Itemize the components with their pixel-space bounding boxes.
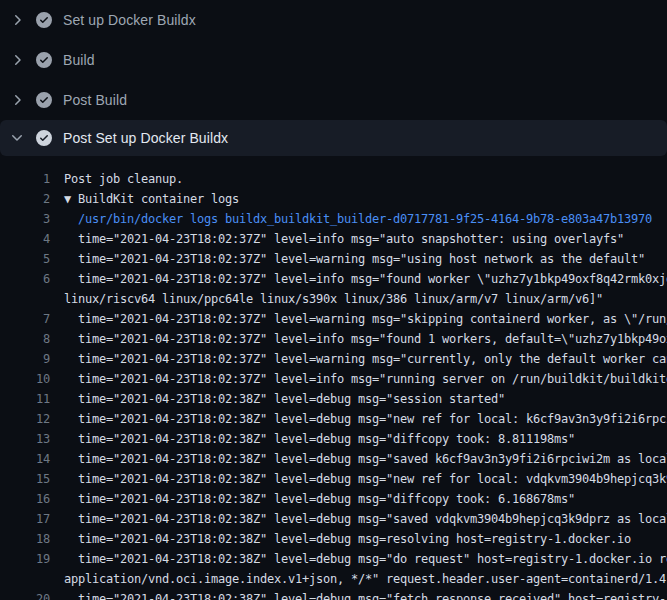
step-row-1[interactable]: Build xyxy=(0,40,667,80)
log-line-text: time="2021-04-23T18:02:38Z" level=debug … xyxy=(64,409,667,429)
log-line-number[interactable]: 8 xyxy=(0,329,50,349)
log-line-number[interactable]: 18 xyxy=(0,529,50,549)
log-line: 1Post job cleanup. xyxy=(0,169,667,189)
log-line-number[interactable]: 5 xyxy=(0,249,50,269)
triangle-down-icon[interactable]: ▼ xyxy=(64,192,71,206)
log-line-text: time="2021-04-23T18:02:38Z" level=debug … xyxy=(64,529,631,549)
job-log-viewer: Set up Docker Buildx Build Post Build Po… xyxy=(0,0,667,600)
log-line: 6 time="2021-04-23T18:02:37Z" level=info… xyxy=(0,269,667,289)
step-list: Set up Docker Buildx Build Post Build Po… xyxy=(0,0,667,156)
log-line-number[interactable]: 6 xyxy=(0,269,50,289)
log-line-text: time="2021-04-23T18:02:37Z" level=info m… xyxy=(64,329,667,349)
log-line: 13 time="2021-04-23T18:02:38Z" level=deb… xyxy=(0,429,667,449)
log-line-text: /usr/bin/docker logs buildx_buildkit_bui… xyxy=(64,209,652,229)
step-label: Set up Docker Buildx xyxy=(63,10,196,30)
log-line-text: application/vnd.oci.image.index.v1+json,… xyxy=(64,569,667,589)
log-line: 8 time="2021-04-23T18:02:37Z" level=info… xyxy=(0,329,667,349)
log-line: 18 time="2021-04-23T18:02:38Z" level=deb… xyxy=(0,529,667,549)
check-circle-icon xyxy=(36,52,52,68)
log-line-number[interactable]: 11 xyxy=(0,389,50,409)
log-line-text: time="2021-04-23T18:02:38Z" level=debug … xyxy=(64,469,667,489)
log-line: application/vnd.oci.image.index.v1+json,… xyxy=(0,569,667,589)
log-line: 19 time="2021-04-23T18:02:38Z" level=deb… xyxy=(0,549,667,569)
log-line-text: time="2021-04-23T18:02:37Z" level=warnin… xyxy=(64,249,645,269)
log-line-number[interactable]: 1 xyxy=(0,169,50,189)
log-line-number xyxy=(0,569,50,589)
log-line: 12 time="2021-04-23T18:02:38Z" level=deb… xyxy=(0,409,667,429)
step-row-0[interactable]: Set up Docker Buildx xyxy=(0,0,667,40)
log-line: 20 time="2021-04-23T18:02:38Z" level=deb… xyxy=(0,589,667,600)
log-line: 4 time="2021-04-23T18:02:37Z" level=info… xyxy=(0,229,667,249)
log-line-number[interactable]: 7 xyxy=(0,309,50,329)
check-circle-icon xyxy=(36,92,52,108)
step-label: Build xyxy=(63,50,95,70)
log-line-text: time="2021-04-23T18:02:38Z" level=debug … xyxy=(64,489,575,509)
log-line-text: time="2021-04-23T18:02:37Z" level=warnin… xyxy=(64,309,667,329)
log-line-text: time="2021-04-23T18:02:37Z" level=warnin… xyxy=(64,349,667,369)
log-line-number[interactable]: 2 xyxy=(0,189,50,209)
log-line-text: time="2021-04-23T18:02:37Z" level=info m… xyxy=(64,269,667,289)
log-line-number[interactable]: 20 xyxy=(0,589,50,600)
log-line-number[interactable]: 19 xyxy=(0,549,50,569)
log-line-number[interactable]: 17 xyxy=(0,509,50,529)
log-line: 9 time="2021-04-23T18:02:37Z" level=warn… xyxy=(0,349,667,369)
log-group-title[interactable]: BuildKit container logs xyxy=(71,192,239,206)
log-line-number[interactable]: 15 xyxy=(0,469,50,489)
chevron-down-icon xyxy=(9,130,25,146)
log-line-number xyxy=(0,289,50,309)
log-line-text: ▼ BuildKit container logs xyxy=(64,189,239,209)
log-line: 11 time="2021-04-23T18:02:38Z" level=deb… xyxy=(0,389,667,409)
log-line-number[interactable]: 3 xyxy=(0,209,50,229)
chevron-right-icon xyxy=(9,92,25,108)
log-line-number[interactable]: 9 xyxy=(0,349,50,369)
log-line: 7 time="2021-04-23T18:02:37Z" level=warn… xyxy=(0,309,667,329)
log-line-number[interactable]: 4 xyxy=(0,229,50,249)
log-line: 2▼ BuildKit container logs xyxy=(0,189,667,209)
check-circle-icon xyxy=(36,12,52,28)
log-line: 15 time="2021-04-23T18:02:38Z" level=deb… xyxy=(0,469,667,489)
step-label: Post Build xyxy=(63,90,127,110)
log-line-number[interactable]: 12 xyxy=(0,409,50,429)
log-line-text: time="2021-04-23T18:02:38Z" level=debug … xyxy=(64,389,505,409)
log-line-text: time="2021-04-23T18:02:37Z" level=info m… xyxy=(64,369,667,389)
log-line-number[interactable]: 13 xyxy=(0,429,50,449)
check-circle-icon xyxy=(36,130,52,146)
chevron-right-icon xyxy=(9,12,25,28)
log-line-number[interactable]: 16 xyxy=(0,489,50,509)
log-line-text: time="2021-04-23T18:02:38Z" level=debug … xyxy=(64,589,667,600)
log-line-number[interactable]: 14 xyxy=(0,449,50,469)
step-label: Post Set up Docker Buildx xyxy=(63,128,228,148)
log-line: 5 time="2021-04-23T18:02:37Z" level=warn… xyxy=(0,249,667,269)
log-line-text: time="2021-04-23T18:02:38Z" level=debug … xyxy=(64,429,575,449)
log-line: 16 time="2021-04-23T18:02:38Z" level=deb… xyxy=(0,489,667,509)
log-line-text: time="2021-04-23T18:02:38Z" level=debug … xyxy=(64,449,667,469)
log-line: 10 time="2021-04-23T18:02:37Z" level=inf… xyxy=(0,369,667,389)
log-line-number[interactable]: 10 xyxy=(0,369,50,389)
log-line: 14 time="2021-04-23T18:02:38Z" level=deb… xyxy=(0,449,667,469)
step-row-2[interactable]: Post Build xyxy=(0,80,667,120)
chevron-right-icon xyxy=(9,52,25,68)
log-line-text: Post job cleanup. xyxy=(64,169,183,189)
log-line-text: time="2021-04-23T18:02:37Z" level=info m… xyxy=(64,229,624,249)
log-line-text: time="2021-04-23T18:02:38Z" level=debug … xyxy=(64,509,667,529)
log-panel: 1Post job cleanup. 2▼ BuildKit container… xyxy=(0,160,667,600)
log-line: 17 time="2021-04-23T18:02:38Z" level=deb… xyxy=(0,509,667,529)
step-row-3[interactable]: Post Set up Docker Buildx xyxy=(0,120,667,156)
log-line-text: time="2021-04-23T18:02:38Z" level=debug … xyxy=(64,549,667,569)
log-line-text: linux/riscv64 linux/ppc64le linux/s390x … xyxy=(64,289,603,309)
log-line: linux/riscv64 linux/ppc64le linux/s390x … xyxy=(0,289,667,309)
log-line: 3 /usr/bin/docker logs buildx_buildkit_b… xyxy=(0,209,667,229)
